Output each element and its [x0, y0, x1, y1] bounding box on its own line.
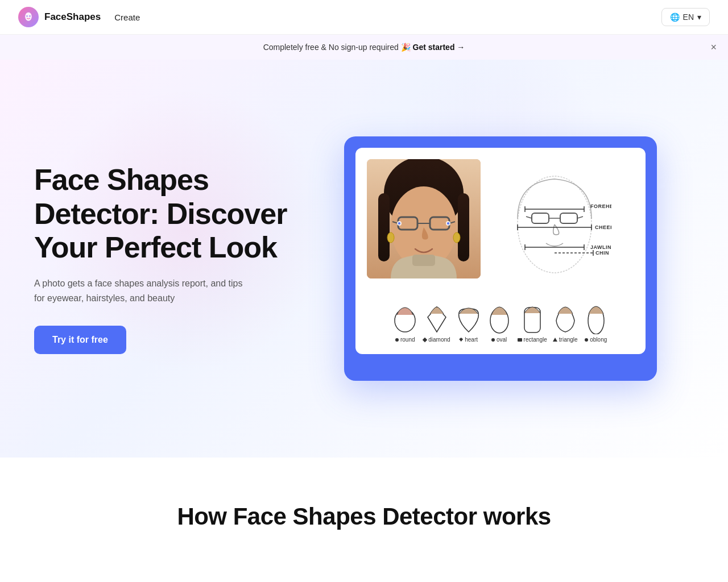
face-shape-oblong: oblong: [584, 305, 609, 343]
banner-close-button[interactable]: ×: [710, 41, 717, 53]
hero-description: A photo gets a face shapes analysis repo…: [34, 276, 250, 305]
nav-left: FaceShapes Create: [18, 7, 140, 27]
face-shape-oval: oval: [487, 305, 512, 343]
svg-text:FOREHEAD: FOREHEAD: [590, 203, 611, 209]
nav-link-create[interactable]: Create: [114, 13, 140, 22]
banner-text: Completely free & No sign-up required 🎉 …: [263, 43, 465, 52]
shape-label-oval: oval: [497, 336, 507, 343]
face-shape-round: round: [392, 305, 417, 343]
face-shapes-row: round diamond: [392, 299, 609, 354]
hero-content: Face Shapes Detector: Discover Your Perf…: [34, 163, 307, 355]
announcement-banner: Completely free & No sign-up required 🎉 …: [0, 35, 728, 60]
navbar: FaceShapes Create 🌐 EN ▾: [0, 0, 728, 35]
svg-text:JAWLINE: JAWLINE: [590, 244, 611, 250]
logo-text: FaceShapes: [44, 11, 101, 23]
svg-rect-6: [458, 193, 469, 261]
svg-line-25: [577, 217, 583, 218]
svg-point-2: [29, 15, 31, 16]
svg-text:CHEEKBONE: CHEEKBONE: [595, 225, 611, 230]
lang-flag-icon: 🌐: [670, 13, 680, 22]
shape-label-triangle: triangle: [559, 336, 578, 343]
shape-label-rectangle: rectangle: [524, 336, 547, 343]
shape-label-oblong: oblong: [590, 336, 607, 343]
hero-illustration: FOREHEAD CHEEKBONE JAWLINE CHIN: [307, 136, 694, 381]
measurement-panel: FOREHEAD CHEEKBONE JAWLINE CHIN: [492, 159, 634, 290]
banner-cta[interactable]: Get started →: [413, 43, 465, 52]
shape-label-round: round: [400, 336, 415, 343]
analysis-top: FOREHEAD CHEEKBONE JAWLINE CHIN: [367, 159, 634, 290]
svg-line-24: [526, 217, 532, 218]
logo[interactable]: FaceShapes: [18, 7, 101, 27]
svg-point-0: [25, 13, 32, 21]
svg-point-1: [26, 15, 28, 16]
illustration-card: FOREHEAD CHEEKBONE JAWLINE CHIN: [344, 136, 657, 381]
svg-text:CHIN: CHIN: [595, 250, 609, 256]
illustration-inner: FOREHEAD CHEEKBONE JAWLINE CHIN: [355, 148, 646, 354]
svg-rect-5: [378, 193, 390, 261]
chevron-down-icon: ▾: [697, 13, 701, 22]
svg-point-18: [447, 222, 449, 225]
how-section-title: How Face Shapes Detector works: [34, 503, 694, 530]
logo-icon: [18, 7, 39, 27]
hero-title: Face Shapes Detector: Discover Your Perf…: [34, 163, 307, 265]
svg-point-14: [453, 232, 460, 243]
face-shape-heart: heart: [456, 305, 481, 343]
shape-label-heart: heart: [465, 336, 478, 343]
try-for-free-button[interactable]: Try it for free: [34, 326, 126, 354]
face-photo: [367, 159, 481, 278]
svg-point-13: [387, 232, 394, 243]
face-shape-rectangle: rectangle: [518, 305, 547, 343]
language-button[interactable]: 🌐 EN ▾: [661, 8, 710, 26]
how-section: How Face Shapes Detector works: [0, 458, 728, 553]
face-photo-inner: [367, 159, 481, 278]
svg-rect-19: [412, 255, 435, 266]
hero-section: Face Shapes Detector: Discover Your Perf…: [0, 60, 728, 458]
face-shape-triangle: triangle: [553, 305, 578, 343]
shape-label-diamond: diamond: [428, 336, 450, 343]
svg-rect-21: [532, 213, 549, 223]
lang-label: EN: [683, 13, 694, 22]
svg-rect-22: [560, 213, 577, 223]
face-shape-diamond: diamond: [423, 305, 450, 343]
svg-point-17: [398, 222, 400, 225]
